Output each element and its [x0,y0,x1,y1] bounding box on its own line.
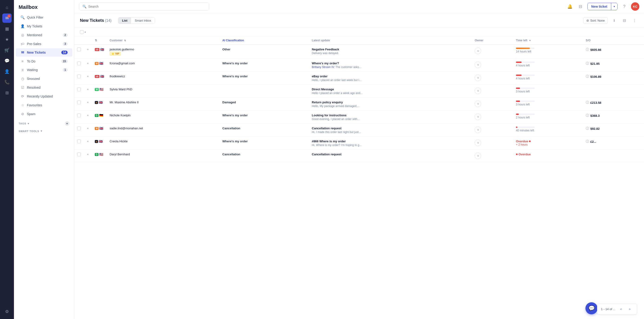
star-icon[interactable]: ✦ [86,127,89,130]
tags-chevron-icon[interactable]: ▾ [28,122,29,125]
search-input[interactable] [88,5,206,8]
groups-nav-icon[interactable]: ⊞ [2,88,12,97]
settings-nav-icon[interactable]: ⚙ [2,307,12,316]
row-source-cell: M 🇬🇧 [92,59,107,72]
sidebar-item-recently-updated[interactable]: ⟳ Recently Updated [16,92,72,100]
table-row[interactable]: ✦ a 🇬🇧 Creola Hickle Where's my order #8… [74,137,644,150]
smart-inbox-view-button[interactable]: Smart Inbox [131,17,155,24]
row-source-cell: eb 🇬🇧 [92,72,107,85]
tickets-tbody: ✦ eb 🇬🇧 jaskolski.guillermo ⭐ VIP Other … [74,44,644,162]
row-checkbox[interactable] [77,140,81,143]
pre-sales-count: 3 [63,42,68,46]
source-sort-icon[interactable]: ⇅ [95,39,97,42]
row-checkbox[interactable] [77,74,81,78]
row-owner-cell: + [472,124,513,137]
topbar-right: 🔔 ⊟ New ticket ▾ ? KC [566,2,639,11]
sidebar-item-to-do[interactable]: ≡ To Do 15 [16,57,72,65]
new-ticket-label[interactable]: New ticket [588,3,611,10]
row-checkbox[interactable] [77,61,81,65]
select-all-wrap[interactable]: ▾ [80,30,86,34]
mailbox-nav-icon[interactable]: ✉ 1 [2,13,12,23]
row-checkbox[interactable] [77,113,81,117]
star-icon[interactable]: ✦ [86,74,89,78]
chart-nav-icon[interactable]: ▦ [2,24,12,33]
sidebar-item-pre-sales[interactable]: 🏷 Pre-Sales 3 [16,40,72,48]
add-tag-button[interactable]: + [65,121,70,126]
row-checkbox[interactable] [77,153,81,156]
new-ticket-dropdown-arrow[interactable]: ▾ [611,3,617,10]
info-button[interactable]: ℹ [610,16,618,24]
customer-name: jaskolski.guillermo [110,48,134,51]
home-nav-icon[interactable]: ⌂ [2,3,12,12]
pagination-prev[interactable]: ‹ [618,306,624,312]
star-icon[interactable]: ✦ [86,113,89,117]
table-row[interactable]: ✦ M 🇬🇧 sadie.lind@monahan.net Cancellati… [74,124,644,137]
sidebar-item-my-tickets[interactable]: 👤 My Tickets [16,22,72,30]
select-all-checkbox[interactable] [80,30,84,34]
row-checkbox[interactable] [77,87,81,91]
sidebar-item-new-tickets[interactable]: ✉ New Tickets 14 [16,48,72,57]
sidebar-item-waiting[interactable]: ⧖ Waiting 1 [16,66,72,74]
phone-nav-icon[interactable]: 📞 [2,77,12,87]
cart-nav-icon[interactable]: 🛒 [2,45,12,55]
assign-owner-button[interactable]: + [475,61,481,68]
star-icon[interactable]: ✦ [86,61,89,65]
star-icon[interactable]: ✦ [86,140,89,143]
star-icon[interactable]: ✦ [86,87,89,91]
classification-value: Damaged [222,100,236,104]
table-row[interactable]: ✦ G 🇺🇸 Daryl Bernhard Cancellation Cance… [74,150,644,162]
assign-owner-button[interactable]: + [475,74,481,81]
contacts-nav-icon[interactable]: 👤 [2,67,12,76]
smart-tools-chevron-icon[interactable]: ▾ [41,130,42,133]
sidebar-item-snoozed[interactable]: ◷ Snoozed [16,74,72,83]
table-row[interactable]: ✦ eb 🇬🇧 lhodkiewicz Where's my order eBa… [74,72,644,85]
star-nav-icon[interactable]: ★ [2,35,12,44]
row-so-cell: ⓘ$106.89 [583,72,644,85]
col-time-left[interactable]: Time left ▼ [513,36,583,44]
assign-owner-button[interactable]: + [475,153,481,159]
row-owner-cell: + [472,98,513,111]
sort-button[interactable]: ⊜ Sort: None [583,17,608,24]
select-dropdown-icon[interactable]: ▾ [84,31,86,34]
so-value: £213.58 [590,101,601,104]
sidebar-item-mentioned[interactable]: ◎ Mentioned 2 [16,31,72,39]
table-row[interactable]: ✦ a 🇬🇧 Mr. Maxime Abshire II Damaged Ret… [74,98,644,111]
assign-owner-button[interactable]: + [475,113,481,120]
notification-button[interactable]: 🔔 [566,2,574,10]
sidebar-item-resolved[interactable]: ☑ Resolved [16,83,72,92]
sidebar-item-quick-filter[interactable]: 🔍 Quick Filter [16,13,72,21]
new-ticket-button[interactable]: New ticket ▾ [587,3,618,10]
more-options-button[interactable]: ⋮ [630,16,638,24]
assign-owner-button[interactable]: + [475,140,481,146]
assign-owner-button[interactable]: + [475,127,481,133]
sidebar-item-label: New Tickets [27,51,59,54]
chat-bubble-button[interactable]: 💬 [586,302,598,314]
table-row[interactable]: ✦ G 🇩🇪 Nichole Koelpin Where's my order … [74,111,644,124]
source-icons: G 🇩🇪 [95,113,104,117]
help-button[interactable]: ? [620,2,628,10]
col-customer[interactable]: Customer ⇅ [107,36,220,44]
sidebar-item-spam[interactable]: ⊘ Spam [16,110,72,118]
star-icon[interactable]: ✦ [86,153,89,156]
sidebar-item-favourites[interactable]: ☆ Favourites [16,101,72,109]
filter-view-button[interactable]: ⊟ [577,2,584,10]
list-view-button[interactable]: List [118,17,131,24]
table-row[interactable]: ✦ M 🇬🇧 fcrona@gmail.com Where's my order… [74,59,644,72]
columns-button[interactable]: ⊟ [620,16,628,24]
assign-owner-button[interactable]: + [475,100,481,107]
search-box[interactable]: 🔍 [79,2,209,10]
chat-nav-icon[interactable]: 💬 [2,56,12,65]
table-row[interactable]: ✦ eb 🇬🇧 jaskolski.guillermo ⭐ VIP Other … [74,44,644,59]
assign-owner-button[interactable]: + [475,48,481,54]
table-row[interactable]: ✦ W 🇺🇸 Sylvia Ward PhD Direct Message He… [74,85,644,98]
pagination-next[interactable]: › [626,306,633,312]
star-icon[interactable]: ✦ [86,48,89,51]
row-checkbox[interactable] [77,127,81,130]
row-checkbox[interactable] [77,100,81,104]
waiting-icon: ⧖ [20,68,25,72]
avatar[interactable]: KC [631,2,639,11]
row-checkbox[interactable] [77,48,81,51]
assign-owner-button[interactable]: + [475,87,481,94]
star-icon[interactable]: ✦ [86,100,89,104]
customer-info: lhodkiewicz [110,74,217,78]
